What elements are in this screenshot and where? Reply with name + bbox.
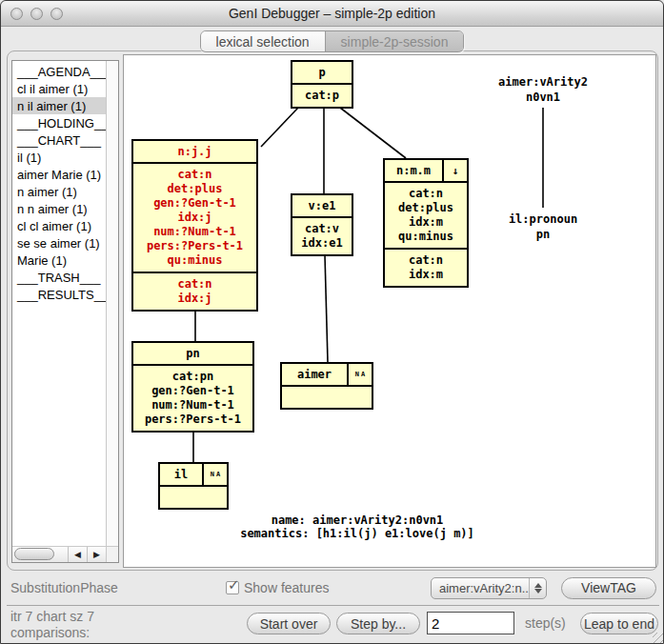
stepper-arrows-icon	[529, 578, 546, 598]
node-title: v:e1	[292, 195, 352, 216]
sidebar-horizontal-scrollbar[interactable]: ◀ ▶	[12, 546, 106, 562]
node-features: cat:p	[292, 83, 352, 107]
substitution-arrow-icon: ↓	[442, 160, 467, 181]
tree-node-ve1: v:e1cat:vidx:e1	[291, 193, 353, 256]
node-title: n:j.j	[133, 141, 256, 162]
node-features: cat:pngen:?Gen-t-1num:?Num-t-1pers:?Pers…	[133, 364, 252, 431]
start-over-button[interactable]: Start over	[247, 613, 331, 634]
scroll-left-arrow-icon[interactable]: ◀	[68, 547, 87, 562]
iteration-info: itr 7 chart sz 7 comparisons:	[10, 609, 94, 641]
status-bar: SubstitutionPhase ✓ Show features aimer:…	[1, 571, 664, 605]
sidebar-item[interactable]: cl il aimer (1)	[12, 80, 106, 97]
node-title: pn	[133, 343, 252, 364]
sidebar-item[interactable]: n aimer (1)	[12, 183, 106, 200]
tab-lexical-selection[interactable]: lexical selection	[201, 31, 325, 51]
sidebar-item[interactable]: ___HOLDING___	[12, 114, 106, 131]
sidebar-vertical-scrollbar[interactable]	[106, 61, 118, 546]
steps-label: step(s)	[525, 615, 566, 631]
sidebar-item[interactable]: n n aimer (1)	[12, 200, 106, 217]
leap-to-end-button[interactable]: Leap to end	[580, 613, 658, 634]
node-features	[282, 385, 372, 408]
sidebar-item[interactable]: ___RESULTS___	[12, 286, 106, 303]
title-bar: GenI Debugger – simple-2p edition	[1, 1, 663, 27]
sidebar-item[interactable]: se se aimer (1)	[12, 234, 106, 252]
node-features: cat:nidx:j	[133, 272, 256, 310]
tab-strip: lexical selection simple-2p-session	[1, 27, 663, 51]
resize-grip[interactable]	[653, 633, 664, 644]
tree-selector-value: aimer:vArity2:n...	[432, 581, 529, 595]
checkmark-icon: ✓	[228, 576, 240, 594]
derivation-child: il:pronoun pn	[481, 211, 605, 242]
null-adjunction-marker: NA	[202, 464, 227, 485]
sidebar-item[interactable]: il (1)	[12, 149, 106, 166]
node-features: cat:ndet:plusgen:?Gen-t-1idx:jnum:?Num-t…	[133, 162, 256, 272]
tree-node-njj: n:j.jcat:ndet:plusgen:?Gen-t-1idx:jnum:?…	[131, 139, 258, 312]
step-by-button[interactable]: Step by...	[336, 613, 420, 634]
node-features: cat:nidx:m	[385, 248, 467, 286]
tree-caption: name: aimer:vArity2:n0vn1 semantics: [h1…	[138, 513, 576, 540]
tree-canvas: pcat:p n:j.jcat:ndet:plusgen:?Gen-t-1idx…	[123, 54, 656, 568]
node-features	[160, 485, 227, 508]
node-title: aimer	[282, 364, 347, 385]
sidebar-item[interactable]: n il aimer (1)	[12, 97, 106, 114]
scrollbar-thumb[interactable]	[14, 548, 54, 560]
separator	[7, 605, 659, 606]
scroll-right-arrow-icon[interactable]: ▶	[87, 547, 106, 562]
sidebar-item[interactable]: cl cl aimer (1)	[12, 217, 106, 234]
window-title: GenI Debugger – simple-2p edition	[1, 6, 663, 21]
tab-simple-2p-session[interactable]: simple-2p-session	[325, 31, 464, 51]
node-title: il	[160, 464, 202, 485]
agenda-sidebar: ___AGENDA___cl il aimer (1)n il aimer (1…	[11, 60, 119, 563]
phase-label: SubstitutionPhase	[10, 580, 118, 595]
derivation-root: aimer:vArity2 n0vn1	[481, 74, 605, 105]
tree-node-pn: pncat:pngen:?Gen-t-1num:?Num-t-1pers:?Pe…	[131, 341, 254, 433]
tree-node-p: pcat:p	[291, 60, 353, 109]
sidebar-item[interactable]: Marie (1)	[12, 252, 106, 269]
node-features: cat:vidx:e1	[292, 216, 352, 254]
show-features-label: Show features	[244, 580, 330, 595]
tree-node-aimer: aimerNA	[280, 362, 373, 410]
sidebar-list: ___AGENDA___cl il aimer (1)n il aimer (1…	[12, 61, 106, 546]
tree-name: name: aimer:vArity2:n0vn1	[138, 513, 576, 527]
content-groupbox: ___AGENDA___cl il aimer (1)n il aimer (1…	[7, 50, 658, 571]
node-title: n:m.m	[385, 160, 442, 181]
node-features: cat:ndet:plusidx:mqu:minus	[385, 181, 467, 248]
sidebar-item[interactable]: ___AGENDA___	[12, 63, 106, 80]
step-count-input[interactable]	[427, 612, 514, 634]
sidebar-item[interactable]: ___TRASH___	[12, 269, 106, 286]
show-features-checkbox[interactable]: ✓	[226, 581, 239, 594]
tree-semantics: semantics: [h1:il(j) e1:love(j m)]	[138, 527, 576, 540]
tree-node-nmm: n:m.m↓cat:ndet:plusidx:mqu:minuscat:nidx…	[383, 158, 469, 288]
control-bar: itr 7 chart sz 7 comparisons: Start over…	[1, 607, 664, 644]
tree-selector-dropdown[interactable]: aimer:vArity2:n...	[431, 577, 547, 599]
sidebar-item[interactable]: aimer Marie (1)	[12, 166, 106, 183]
tree-node-il: ilNA	[158, 462, 229, 510]
scrollbar-corner	[106, 546, 118, 562]
node-title: p	[292, 62, 352, 83]
sidebar-item[interactable]: ___CHART___	[12, 131, 106, 149]
comparisons-label: comparisons:	[10, 625, 94, 641]
null-adjunction-marker: NA	[347, 364, 372, 385]
viewtag-button[interactable]: ViewTAG	[561, 577, 656, 599]
